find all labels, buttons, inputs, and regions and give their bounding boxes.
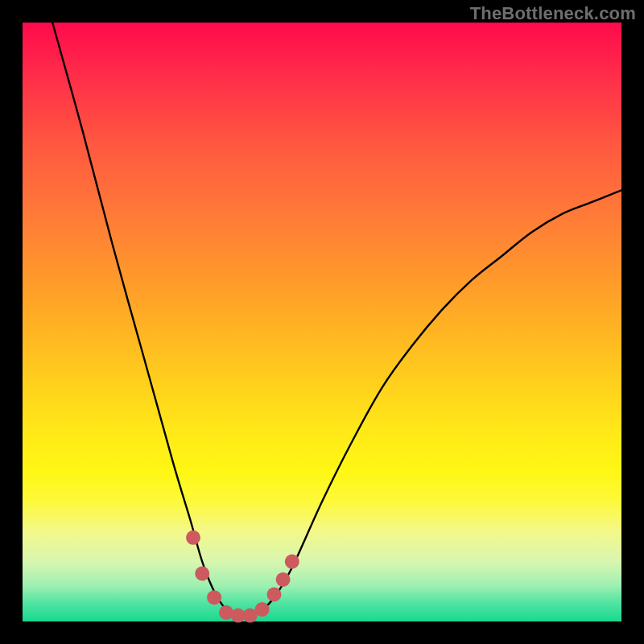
curve-marker bbox=[285, 555, 299, 569]
curve-markers bbox=[186, 530, 299, 623]
curve-marker bbox=[267, 588, 282, 602]
chart-plot-area bbox=[23, 23, 621, 621]
chart-svg bbox=[23, 23, 621, 621]
watermark-text: TheBottleneck.com bbox=[470, 3, 636, 24]
curve-marker bbox=[255, 602, 270, 617]
curve-marker bbox=[195, 567, 209, 581]
curve-marker bbox=[186, 530, 200, 545]
bottleneck-curve bbox=[52, 23, 621, 617]
curve-marker bbox=[276, 572, 291, 587]
chart-frame: TheBottleneck.com bbox=[0, 0, 644, 644]
curve-marker bbox=[207, 590, 221, 605]
